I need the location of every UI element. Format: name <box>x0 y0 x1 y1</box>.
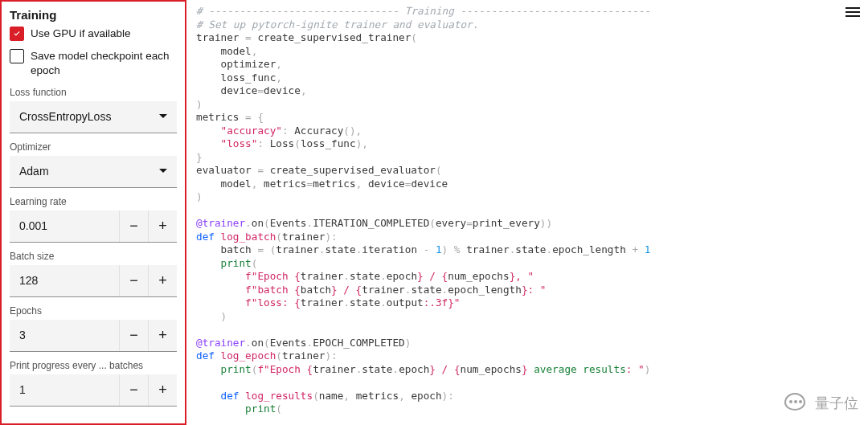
optimizer-select[interactable]: Adam <box>10 156 177 188</box>
batch-decrement-button[interactable]: − <box>119 265 148 296</box>
checkbox-use-gpu-label: Use GPU if available <box>31 27 131 41</box>
watermark-text: 量子位 <box>815 394 858 413</box>
epochs-increment-button[interactable]: + <box>148 320 177 351</box>
epochs-stepper: 3 − + <box>10 320 177 352</box>
print-every-label: Print progress every ... batches <box>10 360 177 371</box>
menu-icon <box>845 7 860 9</box>
watermark: 量子位 <box>783 393 858 414</box>
training-sidebar: Training Use GPU if available Save model… <box>0 0 186 425</box>
optimizer-label: Optimizer <box>10 141 177 153</box>
batch-label: Batch size <box>10 251 177 262</box>
panel-title: Training <box>10 8 177 22</box>
print-every-increment-button[interactable]: + <box>148 374 177 406</box>
checkmark-icon <box>12 29 22 39</box>
print-every-decrement-button[interactable]: − <box>119 374 148 406</box>
chevron-down-icon <box>159 112 167 121</box>
checkbox-use-gpu-row: Use GPU if available <box>10 27 177 41</box>
epochs-input[interactable]: 3 <box>10 329 119 341</box>
print-every-stepper: 1 − + <box>10 374 177 407</box>
lr-input[interactable]: 0.001 <box>10 219 119 232</box>
menu-button[interactable] <box>845 5 860 19</box>
loss-value: CrossEntropyLoss <box>19 110 111 123</box>
lr-decrement-button[interactable]: − <box>119 210 148 242</box>
wechat-icon <box>783 393 807 414</box>
checkbox-save-ckpt-row: Save model checkpoint each epoch <box>10 49 177 78</box>
chevron-down-icon <box>159 167 167 175</box>
code-block: # ------------------------------- Traini… <box>196 5 868 416</box>
batch-increment-button[interactable]: + <box>148 265 177 296</box>
print-every-input[interactable]: 1 <box>10 383 119 396</box>
lr-stepper: 0.001 − + <box>10 210 177 243</box>
optimizer-value: Adam <box>19 165 49 178</box>
lr-increment-button[interactable]: + <box>148 210 177 242</box>
batch-input[interactable]: 128 <box>10 274 119 287</box>
checkbox-use-gpu[interactable] <box>10 27 24 41</box>
checkbox-save-ckpt-label: Save model checkpoint each epoch <box>31 49 177 78</box>
code-panel: # ------------------------------- Traini… <box>186 0 868 425</box>
batch-stepper: 128 − + <box>10 265 177 297</box>
checkbox-save-ckpt[interactable] <box>10 49 24 63</box>
lr-label: Learning rate <box>10 196 177 207</box>
loss-select[interactable]: CrossEntropyLoss <box>10 101 177 133</box>
epochs-decrement-button[interactable]: − <box>119 320 148 351</box>
loss-label: Loss function <box>10 87 177 98</box>
epochs-label: Epochs <box>10 305 177 317</box>
